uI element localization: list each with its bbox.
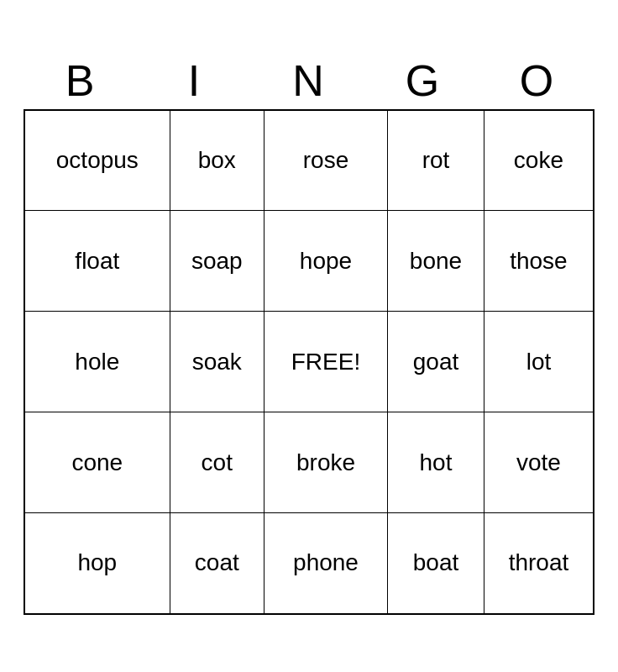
cell-r2-c1[interactable]: soak [170, 312, 264, 412]
cell-r4-c4[interactable]: throat [484, 513, 594, 614]
cell-r4-c0[interactable]: hop [24, 513, 170, 614]
cell-r2-c4[interactable]: lot [484, 312, 594, 412]
bingo-grid: octopusboxroserotcokefloatsoaphopeboneth… [24, 109, 594, 615]
cell-r2-c3[interactable]: goat [388, 312, 484, 412]
cell-r0-c3[interactable]: rot [388, 110, 484, 211]
header-b: B [24, 57, 138, 105]
cell-r0-c2[interactable]: rose [264, 110, 387, 211]
cell-r0-c1[interactable]: box [170, 110, 264, 211]
cell-r4-c3[interactable]: boat [388, 513, 484, 614]
cell-r1-c0[interactable]: float [24, 211, 170, 312]
bingo-card: B I N G O octopusboxroserotcokefloatsoap… [24, 57, 594, 614]
header-g: G [366, 57, 480, 105]
cell-r2-c0[interactable]: hole [24, 312, 170, 412]
cell-r3-c0[interactable]: cone [24, 412, 170, 513]
cell-r2-c2[interactable]: FREE! [264, 312, 387, 412]
cell-r3-c4[interactable]: vote [484, 412, 594, 513]
header-i: I [138, 57, 252, 105]
bingo-header: B I N G O [24, 57, 594, 105]
cell-r3-c1[interactable]: cot [170, 412, 264, 513]
header-n: N [252, 57, 366, 105]
cell-r1-c3[interactable]: bone [388, 211, 484, 312]
cell-r3-c2[interactable]: broke [264, 412, 387, 513]
header-o: O [480, 57, 594, 105]
cell-r1-c4[interactable]: those [484, 211, 594, 312]
cell-r3-c3[interactable]: hot [388, 412, 484, 513]
cell-r4-c2[interactable]: phone [264, 513, 387, 614]
cell-r1-c2[interactable]: hope [264, 211, 387, 312]
cell-r4-c1[interactable]: coat [170, 513, 264, 614]
cell-r0-c4[interactable]: coke [484, 110, 594, 211]
cell-r0-c0[interactable]: octopus [24, 110, 170, 211]
cell-r1-c1[interactable]: soap [170, 211, 264, 312]
